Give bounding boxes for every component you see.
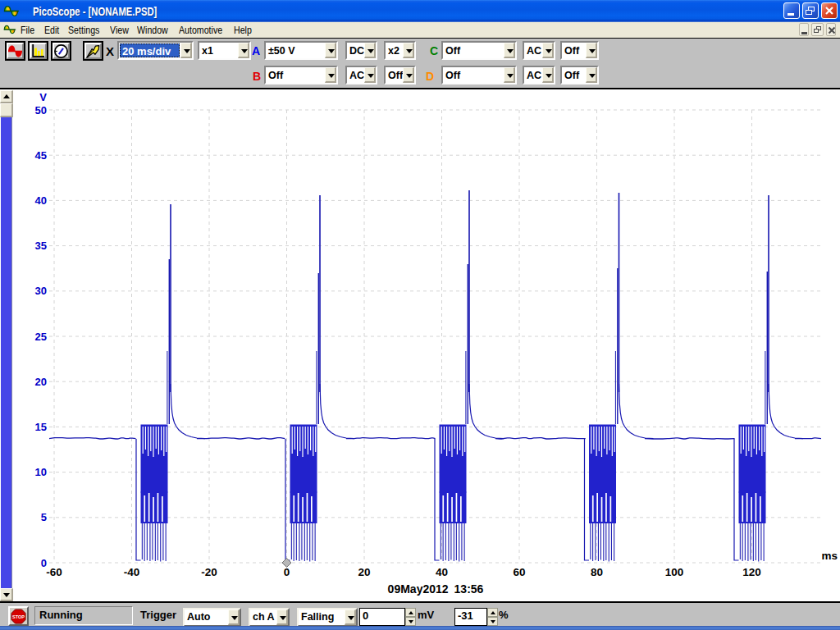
svg-text:STOP: STOP xyxy=(12,614,25,619)
